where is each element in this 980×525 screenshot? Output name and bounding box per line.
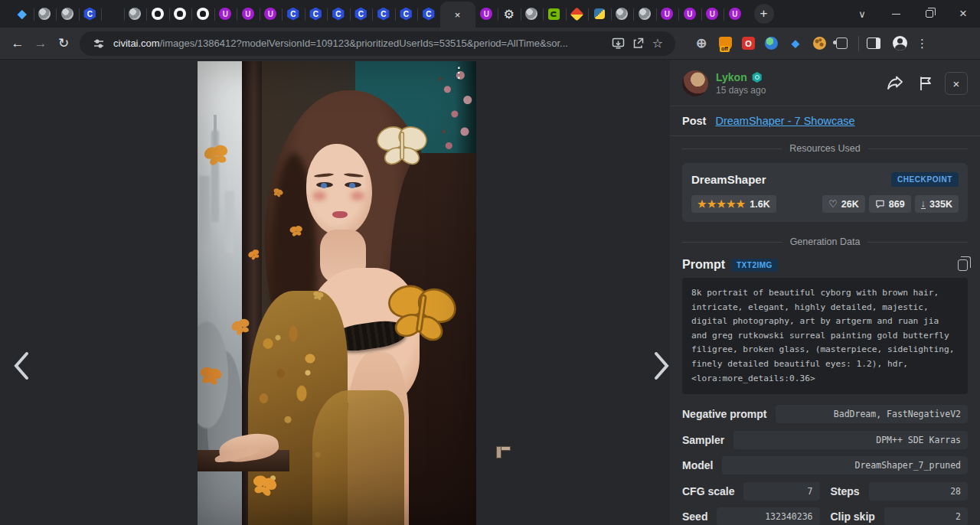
- bookmark-star-icon[interactable]: ☆: [648, 34, 668, 54]
- pinned-tab[interactable]: U: [475, 1, 498, 27]
- pinned-tab[interactable]: [588, 1, 611, 27]
- pinned-tab[interactable]: U: [701, 1, 724, 27]
- generation-data-divider: Generation Data: [670, 230, 980, 253]
- pinned-tab[interactable]: [633, 1, 656, 27]
- pinned-tab[interactable]: U: [237, 1, 260, 27]
- seed-value[interactable]: 132340236: [717, 507, 819, 525]
- pinned-tab[interactable]: C: [417, 1, 440, 27]
- resource-name[interactable]: DreamShaper: [691, 173, 766, 186]
- pinned-tab[interactable]: U: [260, 1, 283, 27]
- puzzle-extension-icon[interactable]: [836, 38, 848, 49]
- likes-count: 26K: [841, 199, 859, 210]
- profile-avatar-icon[interactable]: [893, 36, 907, 51]
- pinned-tab[interactable]: [34, 1, 57, 27]
- reload-button[interactable]: ↻: [52, 32, 75, 55]
- site-info-icon[interactable]: [89, 34, 109, 54]
- pinned-tab[interactable]: U: [724, 1, 746, 27]
- pinned-tab[interactable]: ◆: [11, 1, 34, 27]
- pinned-tab[interactable]: C: [282, 1, 305, 27]
- globe-extension-icon[interactable]: ⊕: [694, 36, 709, 51]
- side-panel-icon[interactable]: [867, 38, 880, 49]
- u-purple-icon: U: [661, 8, 673, 20]
- pinned-tab[interactable]: C: [372, 1, 395, 27]
- previous-image-button[interactable]: [5, 349, 38, 383]
- pinned-tab[interactable]: [124, 1, 147, 27]
- negative-prompt-value[interactable]: BadDream, FastNegativeV2: [776, 405, 968, 423]
- hex-c-icon: C: [377, 8, 390, 21]
- rating-pill[interactable]: ★★★★★ 1.6K: [691, 195, 776, 213]
- new-tab-button[interactable]: +: [754, 4, 774, 24]
- sampler-row: Sampler DPM++ SDE Karras: [670, 431, 980, 449]
- pinned-tabs-left: ◆CUUUCCCCCCC: [11, 0, 440, 28]
- cfg-scale-label: CFG scale: [682, 485, 734, 497]
- pinned-tab[interactable]: C: [395, 1, 418, 27]
- artwork-image[interactable]: ⋮: [198, 61, 476, 525]
- pinned-tab[interactable]: C: [327, 1, 350, 27]
- pinned-tab[interactable]: [56, 1, 79, 27]
- downloads-pill[interactable]: ↓ 335K: [915, 195, 959, 213]
- url-bar[interactable]: civitai.com/images/1386412?modelVersionI…: [80, 31, 675, 56]
- tab-close-icon[interactable]: ×: [455, 9, 461, 21]
- likes-pill[interactable]: ♡ 26K: [822, 195, 865, 213]
- close-panel-button[interactable]: ×: [945, 72, 968, 95]
- clip-skip-value[interactable]: 2: [884, 507, 968, 525]
- pinned-tab[interactable]: [191, 1, 214, 27]
- install-app-icon[interactable]: [608, 34, 628, 54]
- restore-button[interactable]: [913, 0, 946, 28]
- pinned-tab[interactable]: [543, 1, 566, 27]
- report-flag-icon[interactable]: [914, 72, 937, 95]
- pinned-tab[interactable]: [611, 1, 634, 27]
- pinned-tab[interactable]: U: [678, 1, 701, 27]
- share-post-icon[interactable]: [884, 72, 906, 95]
- circle-icon: [639, 8, 651, 20]
- pinned-tab[interactable]: [169, 1, 192, 27]
- copy-icon[interactable]: [958, 259, 968, 271]
- cfg-scale-value[interactable]: 7: [743, 482, 819, 501]
- github-icon: [174, 8, 186, 20]
- model-value[interactable]: DreamShaper_7_pruned: [722, 456, 968, 474]
- username[interactable]: Lykon: [716, 71, 884, 83]
- comments-pill[interactable]: 869: [869, 195, 911, 213]
- forward-button[interactable]: →: [29, 32, 52, 55]
- minimize-button[interactable]: [879, 0, 913, 28]
- browser-menu-icon[interactable]: ⋮: [916, 37, 928, 51]
- close-window-button[interactable]: ×: [946, 0, 980, 28]
- pinned-tab[interactable]: U: [214, 1, 237, 27]
- sampler-value[interactable]: DPM++ SDE Karras: [733, 431, 968, 449]
- pinned-tab[interactable]: C: [305, 1, 328, 27]
- post-link[interactable]: DreamShaper - 7 Showcase: [715, 115, 854, 127]
- image-options-menu-icon[interactable]: ⋮: [452, 69, 466, 76]
- url-text[interactable]: civitai.com/images/1386412?modelVersionI…: [113, 38, 608, 49]
- comments-count: 869: [889, 199, 905, 210]
- cookie-extension-icon[interactable]: [813, 37, 826, 50]
- plus-icon: +: [760, 6, 768, 21]
- pinned-tab[interactable]: [101, 1, 124, 27]
- pinned-tab[interactable]: C: [79, 1, 102, 27]
- resource-card[interactable]: DreamShaper CHECKPOINT ★★★★★ 1.6K ♡ 26K …: [682, 163, 968, 222]
- share-icon[interactable]: [628, 34, 648, 54]
- prompt-label: Prompt: [682, 258, 725, 272]
- tab-search-chevron-icon[interactable]: ∨: [845, 0, 879, 28]
- pinned-tab[interactable]: C: [350, 1, 373, 27]
- steps-value[interactable]: 28: [869, 482, 968, 501]
- earth-extension-icon[interactable]: [765, 37, 778, 50]
- pinned-tab[interactable]: [566, 1, 589, 27]
- redo-extension-icon[interactable]: O: [742, 37, 755, 50]
- pinned-tab[interactable]: [521, 1, 544, 27]
- hex-c-icon: C: [422, 8, 435, 21]
- drop-extension-icon[interactable]: ◆: [788, 36, 803, 51]
- user-avatar[interactable]: [682, 70, 708, 96]
- pinned-tab[interactable]: ⚙: [498, 1, 521, 27]
- prompt-text[interactable]: 8k portrait of beautiful cyborg with bro…: [682, 278, 968, 394]
- hex-c-icon: C: [400, 8, 413, 21]
- panel-header: Lykon 15 days ago ×: [670, 60, 980, 106]
- adblock-extension-icon[interactable]: off: [719, 37, 732, 50]
- circle-icon: [38, 8, 51, 20]
- active-tab[interactable]: ×: [440, 2, 475, 28]
- pinned-tab[interactable]: [146, 1, 169, 27]
- prompt-header: Prompt TXT2IMG: [670, 253, 980, 276]
- resources-used-divider: Resources Used: [670, 136, 980, 160]
- pinned-tab[interactable]: U: [656, 1, 679, 27]
- back-button[interactable]: ←: [6, 32, 29, 55]
- adblock-off-label: off: [720, 46, 730, 52]
